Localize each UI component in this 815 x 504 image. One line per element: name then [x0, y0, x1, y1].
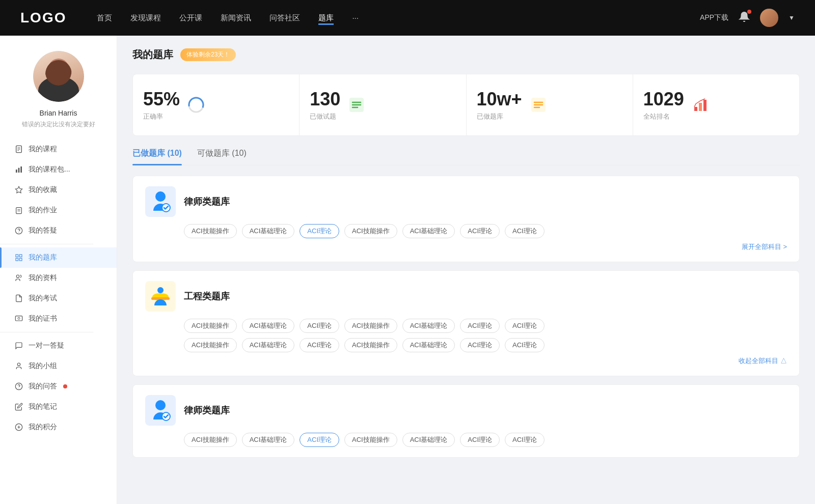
app-download-link[interactable]: APP下载 — [700, 13, 728, 22]
sidebar-item-my-homework[interactable]: 我的作业 — [0, 200, 117, 220]
svg-rect-36 — [699, 103, 702, 111]
qbank-title-lawyer-2: 律师类题库 — [184, 404, 230, 416]
lawyer-icon-2 — [145, 395, 176, 426]
user-avatar[interactable] — [760, 9, 778, 27]
nav-discover[interactable]: 发现课程 — [130, 11, 161, 25]
svg-rect-8 — [16, 208, 22, 214]
qbank-card-lawyer-2: 律师类题库 ACI技能操作 ACI基础理论 ACI理论 ACI技能操作 ACI基… — [132, 384, 800, 458]
nav-more[interactable]: ··· — [352, 11, 359, 25]
nav-home[interactable]: 首页 — [97, 11, 112, 25]
tag-lawyer1-4[interactable]: ACI基础理论 — [402, 224, 455, 238]
qbank-tags-lawyer-2: ACI技能操作 ACI基础理论 ACI理论 ACI技能操作 ACI基础理论 AC… — [184, 433, 787, 447]
collapse-engineer[interactable]: 收起全部科目 △ — [145, 356, 787, 366]
svg-point-42 — [157, 287, 164, 293]
notification-bell[interactable] — [739, 11, 750, 24]
stat-correct-rate: 55% 正确率 — [133, 74, 300, 135]
page-title: 我的题库 — [132, 48, 173, 62]
stat-site-rank-number: 1029 — [643, 89, 684, 110]
tag-lawyer2-4[interactable]: ACI基础理论 — [402, 433, 455, 447]
sidebar-item-my-qbank[interactable]: 我的题库 — [0, 247, 117, 268]
tag-lawyer2-6[interactable]: ACI理论 — [505, 433, 545, 447]
stat-done-qbank-number: 10w+ — [477, 89, 522, 110]
stat-done-questions: 130 已做试题 — [300, 74, 466, 135]
sidebar-item-my-exam[interactable]: 我的考试 — [0, 288, 117, 309]
sidebar-item-one-on-one[interactable]: 一对一答疑 — [0, 335, 117, 356]
answers-badge — [63, 384, 67, 388]
svg-rect-4 — [16, 170, 17, 173]
tag-eng-r2-5[interactable]: ACI理论 — [460, 338, 500, 352]
sidebar-item-group-label: 我的小组 — [29, 361, 57, 371]
tag-eng-6[interactable]: ACI理论 — [505, 319, 545, 333]
qbank-card-engineer: 工程类题库 ACI技能操作 ACI基础理论 ACI理论 ACI技能操作 ACI基… — [132, 270, 800, 376]
svg-rect-37 — [703, 100, 707, 111]
qbank-tags-engineer-row1: ACI技能操作 ACI基础理论 ACI理论 ACI技能操作 ACI基础理论 AC… — [184, 319, 787, 333]
sidebar-item-qa-label: 我的答疑 — [29, 226, 57, 235]
sidebar-item-notes-label: 我的笔记 — [29, 402, 57, 411]
tag-eng-r2-0[interactable]: ACI技能操作 — [184, 338, 237, 352]
qbank-tags-engineer-row2: ACI技能操作 ACI基础理论 ACI理论 ACI技能操作 ACI基础理论 AC… — [184, 338, 787, 352]
tag-eng-3[interactable]: ACI技能操作 — [344, 319, 397, 333]
svg-point-20 — [17, 363, 20, 366]
sidebar-item-my-notes[interactable]: 我的笔记 — [0, 397, 117, 417]
sidebar-item-my-cert[interactable]: 我的证书 — [0, 309, 117, 329]
sidebar-item-points-label: 我的积分 — [29, 423, 57, 432]
user-dropdown-arrow[interactable]: ▼ — [789, 14, 795, 21]
page-header: 我的题库 体验剩余23天！ — [132, 48, 800, 62]
sidebar-item-my-points[interactable]: 我的积分 — [0, 417, 117, 437]
tag-eng-0[interactable]: ACI技能操作 — [184, 319, 237, 333]
notes-icon — [14, 402, 23, 411]
svg-point-43 — [155, 400, 166, 410]
tag-eng-r2-4[interactable]: ACI基础理论 — [402, 338, 455, 352]
tag-lawyer1-1[interactable]: ACI基础理论 — [242, 224, 295, 238]
svg-rect-6 — [20, 166, 22, 173]
nav-news[interactable]: 新闻资讯 — [221, 11, 251, 25]
tag-lawyer1-0[interactable]: ACI技能操作 — [184, 224, 237, 238]
tag-lawyer2-1[interactable]: ACI基础理论 — [242, 433, 295, 447]
svg-rect-35 — [694, 107, 697, 111]
sidebar-item-my-qa[interactable]: 我的答疑 — [0, 220, 117, 241]
stat-correct-rate-number: 55% — [143, 89, 180, 110]
sidebar-item-qbank-label: 我的题库 — [29, 253, 57, 262]
tag-eng-2[interactable]: ACI理论 — [300, 319, 339, 333]
tab-bar: 已做题库 (10) 可做题库 (10) — [132, 148, 800, 165]
nav-qa[interactable]: 问答社区 — [269, 11, 300, 25]
tag-lawyer2-3[interactable]: ACI技能操作 — [344, 433, 397, 447]
stat-done-qbank-label: 已做题库 — [477, 112, 522, 121]
sidebar-item-my-group[interactable]: 我的小组 — [0, 356, 117, 376]
nav-qbank[interactable]: 题库 — [318, 11, 334, 25]
list-green-icon — [347, 96, 366, 114]
tag-eng-r2-2[interactable]: ACI理论 — [300, 338, 339, 352]
sidebar-item-my-courses[interactable]: 我的课程 — [0, 139, 117, 159]
tag-lawyer2-0[interactable]: ACI技能操作 — [184, 433, 237, 447]
tag-lawyer1-6[interactable]: ACI理论 — [505, 224, 545, 238]
tag-eng-4[interactable]: ACI基础理论 — [402, 319, 455, 333]
tag-eng-1[interactable]: ACI基础理论 — [242, 319, 295, 333]
sidebar-item-my-profile[interactable]: 我的资料 — [0, 268, 117, 288]
qbank-card-header-1: 律师类题库 — [145, 186, 787, 217]
tab-available-qbank[interactable]: 可做题库 (10) — [197, 148, 247, 165]
sidebar-item-course-pkg-label: 我的课程包... — [29, 165, 70, 174]
trial-badge: 体验剩余23天！ — [180, 48, 236, 61]
sidebar-item-my-course-pkg[interactable]: 我的课程包... — [0, 159, 117, 180]
tab-done-qbank[interactable]: 已做题库 (10) — [132, 148, 182, 165]
tag-lawyer1-5[interactable]: ACI理论 — [460, 224, 500, 238]
sidebar-item-my-favorites[interactable]: 我的收藏 — [0, 180, 117, 200]
tag-lawyer1-3[interactable]: ACI技能操作 — [344, 224, 397, 238]
qbank-title-engineer: 工程类题库 — [184, 290, 230, 302]
engineer-icon — [145, 281, 176, 312]
file-icon — [14, 145, 23, 154]
stat-done-questions-label: 已做试题 — [310, 112, 340, 121]
nav-open-course[interactable]: 公开课 — [179, 11, 202, 25]
stat-done-questions-number: 130 — [310, 89, 340, 110]
tag-eng-5[interactable]: ACI理论 — [460, 319, 500, 333]
tag-lawyer2-5[interactable]: ACI理论 — [460, 433, 500, 447]
sidebar-item-favorites-label: 我的收藏 — [29, 185, 57, 194]
tag-eng-r2-6[interactable]: ACI理论 — [505, 338, 545, 352]
tag-lawyer2-2[interactable]: ACI理论 — [300, 433, 339, 447]
tag-eng-r2-1[interactable]: ACI基础理论 — [242, 338, 295, 352]
expand-lawyer-1[interactable]: 展开全部科目 > — [145, 242, 787, 251]
tag-eng-r2-3[interactable]: ACI技能操作 — [344, 338, 397, 352]
tag-lawyer1-2[interactable]: ACI理论 — [300, 224, 339, 238]
svg-point-19 — [18, 317, 20, 319]
sidebar-item-my-answers[interactable]: 我的问答 — [0, 376, 117, 397]
